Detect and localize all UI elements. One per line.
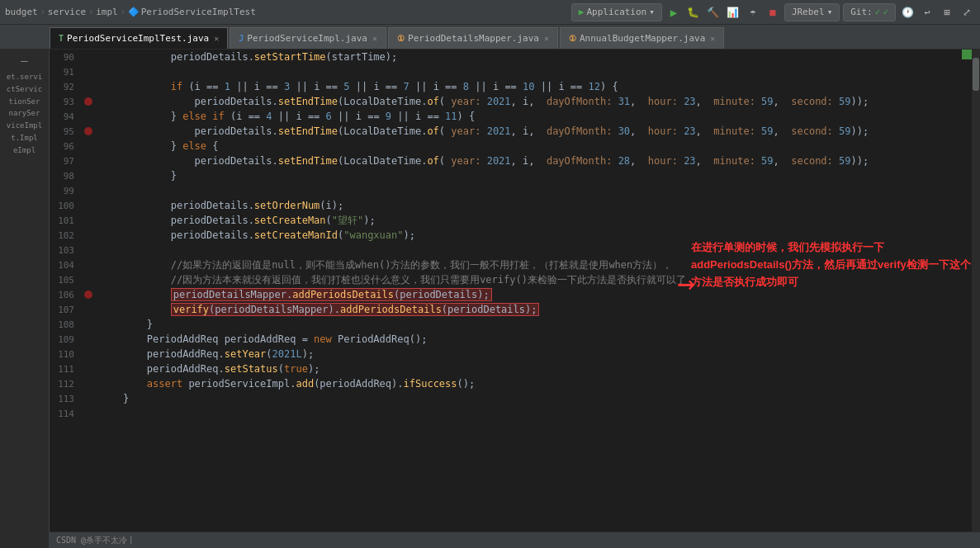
sidebar-item-naryset[interactable]: narySer xyxy=(9,109,40,118)
debug-button[interactable]: 🐛 xyxy=(685,4,702,21)
breadcrumb-budget: budget xyxy=(5,7,38,17)
breadcrumb-class: 🔷 xyxy=(128,7,140,17)
code-line-107: 107 verify(periodDetailsMapper).addPerio… xyxy=(50,302,980,317)
tab-java-icon: J xyxy=(239,34,244,43)
tab-label-4: AnnualBudgetMapper.java xyxy=(580,33,705,44)
scroll-marker xyxy=(962,50,972,59)
run-button[interactable]: ▶ xyxy=(665,4,682,21)
code-line-111: 111 periodAddReq.setStatus(true); xyxy=(50,361,980,376)
app-icon: ▶ xyxy=(579,7,585,17)
toolbar: budget › service › impl › 🔷 PeriodServic… xyxy=(0,0,980,25)
dropdown-icon: ▾ xyxy=(649,7,655,17)
code-content: 90 periodDetails.setStartTime(startTime)… xyxy=(50,50,980,548)
maximize-button[interactable]: ⤢ xyxy=(959,4,975,21)
jrebel-label: JRebel xyxy=(792,7,825,17)
sidebar-item-impl[interactable]: t.Impl xyxy=(11,134,38,143)
breakpoint-106[interactable] xyxy=(84,291,92,299)
jrebel-btn[interactable]: JRebel ▾ xyxy=(784,3,840,21)
breakpoint-95[interactable] xyxy=(84,127,92,135)
stop-button[interactable]: ■ xyxy=(765,4,781,21)
coverage-button[interactable]: ☂ xyxy=(745,4,761,21)
scrollbar[interactable] xyxy=(972,50,980,548)
build-button[interactable]: 🔨 xyxy=(705,4,722,21)
sidebar-item-eimpl[interactable]: eImpl xyxy=(13,146,36,155)
profile-button[interactable]: 📊 xyxy=(725,4,741,21)
git-check: ✓ xyxy=(875,7,881,17)
tab-test-icon: T xyxy=(59,34,64,43)
code-line-108: 108 } xyxy=(50,317,980,332)
tab-close-1[interactable]: ✕ xyxy=(214,34,219,43)
git-label: Git: xyxy=(850,7,873,17)
git-check2: ✓ xyxy=(883,7,888,17)
tab-bar: T PeriodServiceImplTest.java ✕ J PeriodS… xyxy=(0,25,980,50)
code-line-99: 99 xyxy=(50,183,980,198)
layout-button[interactable]: ⊞ xyxy=(939,4,955,21)
breadcrumb-service: service xyxy=(48,7,86,17)
tab-period-details-mapper[interactable]: ① PeriodDetailsMapper.java ✕ xyxy=(388,27,558,49)
code-line-97: 97 periodDetails.setEndTime(LocalDateTim… xyxy=(50,154,980,168)
tab-close-4[interactable]: ✕ xyxy=(710,34,715,43)
tab-annual-budget-mapper[interactable]: ① AnnualBudgetMapper.java ✕ xyxy=(560,27,724,49)
bottom-bar: CSDN @杀手不太冷丨 xyxy=(50,531,980,548)
breadcrumb-impl: impl xyxy=(96,7,118,17)
sidebar-item-et-servi[interactable]: et.servi xyxy=(7,73,42,82)
sidebar-collapse-btn[interactable]: — xyxy=(4,53,45,68)
code-line-101: 101 periodDetails.setCreateMan("望轩"); xyxy=(50,213,980,228)
code-line-112: 112 assert periodServiceImpl.add(periodA… xyxy=(50,376,980,391)
sidebar-item-tionser[interactable]: tionSer xyxy=(9,97,40,106)
tab-close-3[interactable]: ✕ xyxy=(544,34,549,43)
code-line-104: 104 //如果方法的返回值是null，则不能当成when()方法的参数，我们一… xyxy=(50,257,980,272)
scrollbar-thumb[interactable] xyxy=(973,58,979,91)
code-line-100: 100 periodDetails.setOrderNum(i); xyxy=(50,198,980,213)
history-button[interactable]: 🕐 xyxy=(899,4,916,21)
undo-button[interactable]: ↩ xyxy=(919,4,935,21)
tab-label-1: PeriodServiceImplTest.java xyxy=(67,33,209,44)
code-editor[interactable]: 90 periodDetails.setStartTime(startTime)… xyxy=(50,50,980,548)
code-line-95: 95 periodDetails.setEndTime(LocalDateTim… xyxy=(50,124,980,139)
tab-orange-icon-1: ① xyxy=(397,34,405,43)
tab-period-service-impl-test[interactable]: T PeriodServiceImplTest.java ✕ xyxy=(50,27,228,49)
sidebar: — et.servi ctServic tionSer narySer vice… xyxy=(0,50,50,548)
breadcrumb-classname: PeriodServiceImplTest xyxy=(141,7,256,17)
git-btn[interactable]: Git: ✓ ✓ xyxy=(843,3,896,21)
code-line-94: 94 } else if (i == 4 || i == 6 || i == 9… xyxy=(50,109,980,124)
code-line-98: 98 } xyxy=(50,168,980,183)
sidebar-item-ctservic[interactable]: ctServic xyxy=(7,85,42,94)
breakpoint-93[interactable] xyxy=(84,97,92,106)
code-line-91: 91 xyxy=(50,64,980,79)
code-line-113: 113 } xyxy=(50,391,980,406)
application-btn[interactable]: ▶ Application ▾ xyxy=(571,3,662,21)
code-line-90: 90 periodDetails.setStartTime(startTime)… xyxy=(50,50,980,64)
sidebar-item-viceimpl[interactable]: viceImpl xyxy=(7,121,42,130)
code-line-105: 105 //因为方法本来就没有返回值，我们打桩也没什么意义，我们只需要用veri… xyxy=(50,272,980,287)
tab-close-2[interactable]: ✕ xyxy=(372,34,377,43)
jrebel-dropdown: ▾ xyxy=(827,7,833,17)
code-line-114: 114 xyxy=(50,406,980,421)
tab-period-service-impl[interactable]: J PeriodServiceImpl.java ✕ xyxy=(230,27,386,49)
app-label: Application xyxy=(586,7,646,17)
tab-label-2: PeriodServiceImpl.java xyxy=(247,33,367,44)
code-line-92: 92 if (i == 1 || i == 3 || i == 5 || i =… xyxy=(50,79,980,94)
bottom-bar-text: CSDN @杀手不太冷丨 xyxy=(56,535,135,546)
code-line-106: 106 periodDetailsMapper.addPeriodsDetail… xyxy=(50,287,980,302)
code-line-96: 96 } else { xyxy=(50,139,980,154)
breadcrumb: budget › service › impl › 🔷 PeriodServic… xyxy=(5,7,568,17)
main-layout: — et.servi ctServic tionSer narySer vice… xyxy=(0,50,980,548)
code-line-110: 110 periodAddReq.setYear(2021L); xyxy=(50,347,980,361)
code-line-109: 109 PeriodAddReq periodAddReq = new Peri… xyxy=(50,332,980,347)
tab-label-3: PeriodDetailsMapper.java xyxy=(408,33,539,44)
toolbar-right: ▶ Application ▾ ▶ 🐛 🔨 📊 ☂ ■ JRebel ▾ Git… xyxy=(571,3,975,21)
tab-orange-icon-2: ① xyxy=(569,34,576,43)
code-line-102: 102 periodDetails.setCreateManId("wangxu… xyxy=(50,228,980,243)
code-line-103: 103 xyxy=(50,243,980,257)
code-line-93: 93 periodDetails.setEndTime(LocalDateTim… xyxy=(50,94,980,109)
